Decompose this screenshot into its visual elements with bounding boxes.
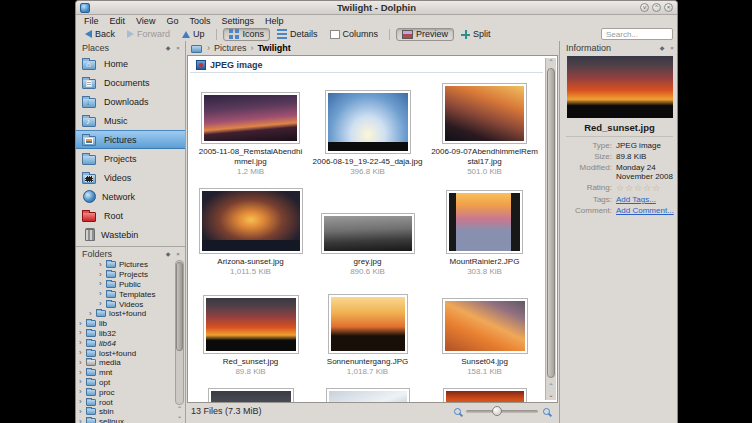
expander-icon[interactable]: [79, 320, 86, 328]
folder-tree-item[interactable]: lib: [76, 319, 175, 329]
menu-view[interactable]: View: [136, 16, 155, 26]
place-pictures[interactable]: Pictures: [76, 130, 185, 149]
folders-float-icon[interactable]: ◆: [164, 250, 172, 258]
expander-icon[interactable]: [89, 310, 96, 318]
menu-settings[interactable]: Settings: [221, 16, 254, 26]
forward-button[interactable]: Forward: [122, 28, 175, 41]
file-item[interactable]: [426, 380, 543, 403]
place-home[interactable]: ⌂Home: [76, 54, 185, 73]
file-view[interactable]: JPEG image 2005-11-08_RemstalAbendhimmel…: [187, 55, 558, 403]
places-float-icon[interactable]: ◆: [164, 44, 172, 52]
menu-edit[interactable]: Edit: [110, 16, 126, 26]
expander-icon[interactable]: [99, 300, 106, 308]
folder-tree-item[interactable]: Public: [76, 280, 175, 290]
folder-tree-item[interactable]: Pictures: [76, 260, 175, 270]
folder-tree-item[interactable]: lib32: [76, 329, 175, 339]
up-button[interactable]: Up: [177, 28, 210, 41]
place-root[interactable]: Root: [76, 206, 185, 225]
file-item[interactable]: grey.jpg890.6 KiB: [309, 180, 426, 280]
file-item[interactable]: 2006-09-07AbendhimmelRemstal17.jpg501.0 …: [426, 76, 543, 180]
expander-icon[interactable]: [79, 339, 86, 347]
zoom-out-icon[interactable]: [454, 408, 461, 415]
file-item[interactable]: Sonnenuntergang.JPG1,018.7 KiB: [309, 280, 426, 380]
breadcrumb-place-icon[interactable]: [191, 43, 203, 54]
expander-icon[interactable]: [99, 271, 106, 279]
expander-icon[interactable]: [99, 261, 106, 269]
file-item[interactable]: Sunset04.jpg158.1 KiB: [426, 280, 543, 380]
file-item[interactable]: [192, 380, 309, 403]
zoom-slider[interactable]: [466, 410, 538, 413]
folder-tree-item[interactable]: lib64: [76, 338, 175, 348]
file-item[interactable]: Red_sunset.jpg89.8 KiB: [192, 280, 309, 380]
expander-icon[interactable]: [79, 329, 86, 337]
expander-icon[interactable]: [79, 388, 86, 396]
expander-icon[interactable]: [99, 290, 106, 298]
folders-scrollbar-thumb[interactable]: [176, 262, 183, 351]
back-button[interactable]: Back: [80, 28, 120, 41]
close-icon[interactable]: ×: [664, 3, 673, 12]
add-tags-link[interactable]: Add Tags...: [616, 195, 676, 204]
zoom-slider-handle[interactable]: [492, 406, 502, 416]
folders-scroll-arrows[interactable]: ⌃⌄: [175, 406, 184, 421]
expander-icon[interactable]: [79, 378, 86, 386]
scroll-arrows[interactable]: ⌃⌄: [546, 382, 556, 400]
folder-tree-item[interactable]: opt: [76, 378, 175, 388]
places-close-icon[interactable]: ×: [174, 44, 182, 52]
place-downloads[interactable]: ↓Downloads: [76, 92, 185, 111]
minimize-icon[interactable]: v: [640, 3, 649, 12]
add-comment-link[interactable]: Add Comment...: [616, 206, 676, 215]
expander-icon[interactable]: [99, 280, 106, 288]
file-item[interactable]: MountRainier2.JPG303.8 KiB: [426, 180, 543, 280]
information-close-icon[interactable]: ×: [668, 44, 676, 52]
place-documents[interactable]: Documents: [76, 73, 185, 92]
menu-go[interactable]: Go: [166, 16, 178, 26]
place-wastebin[interactable]: Wastebin: [76, 225, 185, 244]
menu-tools[interactable]: Tools: [189, 16, 210, 26]
place-videos[interactable]: Videos: [76, 168, 185, 187]
preview-button[interactable]: Preview: [396, 28, 454, 41]
folder-tree-item[interactable]: mnt: [76, 368, 175, 378]
scroll-up-icon[interactable]: ⌃: [546, 58, 556, 67]
view-scrollbar-thumb[interactable]: [547, 68, 555, 378]
menu-help[interactable]: Help: [265, 16, 284, 26]
folder-tree-item[interactable]: Projects: [76, 270, 175, 280]
expander-icon[interactable]: [79, 349, 86, 357]
titlebar[interactable]: Twilight - Dolphin v ^ ×: [76, 1, 677, 15]
breadcrumb-parent[interactable]: Pictures: [214, 43, 247, 53]
view-icons-button[interactable]: Icons: [223, 28, 271, 41]
expander-icon[interactable]: [79, 418, 86, 423]
rating-stars-icon[interactable]: ☆☆☆☆☆: [616, 183, 676, 193]
view-details-button[interactable]: Details: [272, 28, 323, 41]
expander-icon[interactable]: [79, 398, 86, 406]
information-float-icon[interactable]: ◆: [658, 44, 666, 52]
folders-close-icon[interactable]: ×: [174, 250, 182, 258]
expander-icon[interactable]: [79, 359, 86, 367]
folder-tree-item[interactable]: Templates: [76, 289, 175, 299]
folder-tree-item[interactable]: root: [76, 397, 175, 407]
file-item[interactable]: [309, 380, 426, 403]
view-scrollbar[interactable]: ⌃ ⌃⌄: [545, 58, 556, 400]
breadcrumb-current[interactable]: Twilight: [258, 43, 291, 53]
expander-icon[interactable]: [79, 408, 86, 416]
file-item[interactable]: Arizona-sunset.jpg1,011.5 KiB: [192, 180, 309, 280]
view-columns-button[interactable]: Columns: [325, 28, 384, 41]
folders-scrollbar[interactable]: [175, 260, 184, 405]
folder-tree-item[interactable]: media: [76, 358, 175, 368]
menu-file[interactable]: File: [84, 16, 99, 26]
folder-tree-item[interactable]: Videos: [76, 299, 175, 309]
place-music[interactable]: ♪Music: [76, 111, 185, 130]
folder-tree-item[interactable]: lost+found: [76, 309, 175, 319]
file-item[interactable]: 2006-08-19_19-22-45_daja.jpg396.8 KiB: [309, 76, 426, 180]
place-projects[interactable]: Projects: [76, 149, 185, 168]
search-input[interactable]: [601, 28, 673, 40]
folder-tree-item[interactable]: proc: [76, 387, 175, 397]
folder-tree-item[interactable]: sbin: [76, 407, 175, 417]
file-item[interactable]: 2005-11-08_RemstalAbendhimmel.jpg1.2 MiB: [192, 76, 309, 180]
place-network[interactable]: Network: [76, 187, 185, 206]
folder-tree-item[interactable]: selinux: [76, 417, 175, 423]
folder-tree-item[interactable]: lost+found: [76, 348, 175, 358]
split-button[interactable]: Split: [456, 28, 496, 41]
expander-icon[interactable]: [79, 369, 86, 377]
zoom-in-icon[interactable]: [543, 408, 550, 415]
maximize-icon[interactable]: ^: [652, 3, 661, 12]
